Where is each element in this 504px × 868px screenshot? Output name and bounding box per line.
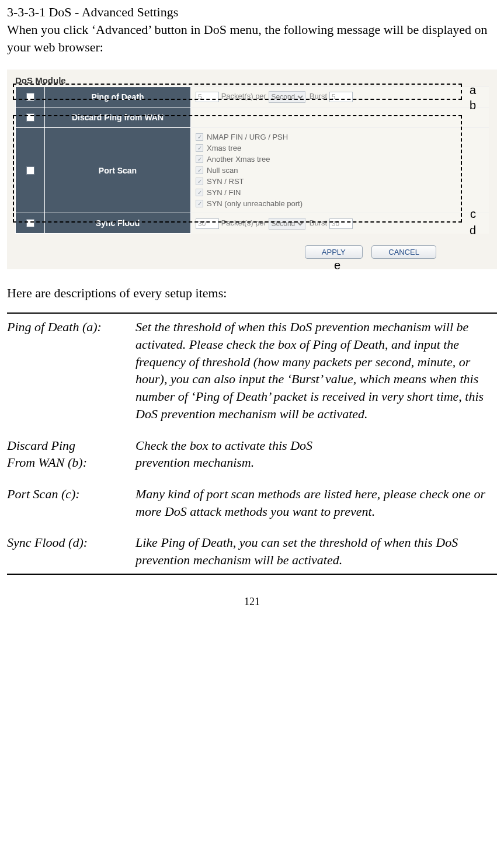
sync-burst-input[interactable] bbox=[329, 218, 353, 229]
sync-flood-controls: Packet(s) per Second Burst bbox=[191, 213, 489, 234]
scan-item-checkbox[interactable]: ✓ bbox=[196, 133, 203, 141]
scan-item-label: SYN / FIN bbox=[207, 188, 241, 197]
scan-item-checkbox[interactable]: ✓ bbox=[196, 144, 203, 152]
scan-item-label: Xmas tree bbox=[207, 144, 241, 152]
scan-item-label: SYN (only unreachable port) bbox=[207, 199, 303, 208]
desc-key: Discard PingFrom WAN (b): bbox=[7, 437, 135, 485]
port-scan-label: Port Scan bbox=[45, 128, 191, 213]
scan-item-checkbox[interactable]: ✓ bbox=[196, 189, 203, 196]
port-scan-checkbox[interactable] bbox=[26, 166, 34, 175]
ping-of-death-checkbox[interactable] bbox=[26, 93, 34, 101]
callout-letter-a: a bbox=[470, 84, 476, 97]
desc-key: Port Scan (c): bbox=[7, 485, 135, 534]
ping-burst-label: Burst bbox=[310, 92, 327, 101]
scan-item-label: Null scan bbox=[207, 166, 238, 175]
table-row: Port Scan (c): Many kind of port scan me… bbox=[7, 485, 497, 534]
callout-letter-e: e bbox=[334, 259, 340, 272]
descriptions-intro: Here are descriptions of every setup ite… bbox=[7, 286, 497, 301]
list-item: ✓SYN / RST bbox=[196, 176, 484, 187]
sync-flood-checkbox[interactable] bbox=[26, 219, 34, 227]
scan-item-checkbox[interactable]: ✓ bbox=[196, 178, 203, 185]
discard-ping-checkbox[interactable] bbox=[26, 113, 34, 121]
port-scan-controls: ✓NMAP FIN / URG / PSH ✓Xmas tree ✓Anothe… bbox=[191, 128, 489, 213]
cancel-button[interactable]: CANCEL bbox=[371, 245, 436, 259]
discard-ping-label: Discard Ping from WAN bbox=[45, 107, 191, 128]
port-scan-list: ✓NMAP FIN / URG / PSH ✓Xmas tree ✓Anothe… bbox=[196, 130, 484, 210]
scan-item-label: SYN / RST bbox=[207, 177, 244, 186]
table-row: Discard PingFrom WAN (b): Check the box … bbox=[7, 437, 497, 485]
desc-key: Sync Flood (d): bbox=[7, 534, 135, 568]
list-item: ✓SYN / FIN bbox=[196, 187, 484, 198]
apply-button[interactable]: APPLY bbox=[305, 245, 363, 259]
scan-item-label: Another Xmas tree bbox=[207, 155, 270, 164]
row-discard-ping: Discard Ping from WAN bbox=[16, 107, 489, 128]
sync-packets-input[interactable] bbox=[196, 218, 219, 229]
ping-packets-per-label: Packet(s) per bbox=[221, 92, 266, 101]
section-heading: 3-3-3-1 DoS - Advanced Settings bbox=[7, 5, 497, 20]
callout-letter-b: b bbox=[470, 99, 476, 112]
desc-val: Check the box to activate this DoSpreven… bbox=[135, 437, 497, 485]
descriptions-table: Ping of Death (a): Set the threshold of … bbox=[7, 318, 497, 568]
list-item: ✓NMAP FIN / URG / PSH bbox=[196, 131, 484, 143]
dos-table: Ping of Death Packet(s) per Second Burst… bbox=[15, 86, 489, 234]
list-item: ✓Null scan bbox=[196, 165, 484, 176]
row-ping-of-death: Ping of Death Packet(s) per Second Burst bbox=[16, 87, 489, 107]
divider-bottom bbox=[7, 574, 497, 575]
ping-unit-select[interactable]: Second bbox=[269, 91, 305, 103]
scan-item-checkbox[interactable]: ✓ bbox=[196, 166, 203, 174]
desc-val: Many kind of port scan methods are liste… bbox=[135, 485, 497, 534]
module-title: DoS Module bbox=[15, 75, 489, 85]
scan-item-checkbox[interactable]: ✓ bbox=[196, 200, 203, 207]
dos-module-panel: DoS Module Ping of Death Packet(s) per S… bbox=[7, 70, 497, 269]
desc-key: Ping of Death (a): bbox=[7, 318, 135, 436]
table-row: Ping of Death (a): Set the threshold of … bbox=[7, 318, 497, 436]
row-port-scan: Port Scan ✓NMAP FIN / URG / PSH ✓Xmas tr… bbox=[16, 128, 489, 213]
callout-letter-c: c bbox=[470, 207, 476, 221]
desc-val: Like Ping of Death, you can set the thre… bbox=[135, 534, 497, 568]
button-row: APPLY CANCEL bbox=[15, 234, 489, 261]
ping-of-death-label: Ping of Death bbox=[45, 87, 191, 107]
scan-item-checkbox[interactable]: ✓ bbox=[196, 155, 203, 163]
table-row: Sync Flood (d): Like Ping of Death, you … bbox=[7, 534, 497, 568]
ping-packets-input[interactable] bbox=[196, 92, 219, 102]
section-intro: When you click ‘Advanced’ button in DoS … bbox=[7, 21, 497, 55]
divider-top bbox=[7, 313, 497, 314]
list-item: ✓SYN (only unreachable port) bbox=[196, 198, 484, 209]
row-sync-flood: Sync Flood Packet(s) per Second Burst bbox=[16, 213, 489, 234]
ping-of-death-controls: Packet(s) per Second Burst bbox=[191, 87, 489, 107]
sync-burst-label: Burst bbox=[310, 218, 327, 227]
callout-letter-d: d bbox=[470, 224, 476, 237]
list-item: ✓Another Xmas tree bbox=[196, 154, 484, 165]
list-item: ✓Xmas tree bbox=[196, 143, 484, 154]
sync-flood-label: Sync Flood bbox=[45, 213, 191, 234]
page-number: 121 bbox=[7, 596, 497, 608]
ping-burst-input[interactable] bbox=[329, 92, 353, 102]
discard-ping-controls bbox=[191, 107, 489, 128]
sync-packets-per-label: Packet(s) per bbox=[221, 218, 266, 227]
scan-item-label: NMAP FIN / URG / PSH bbox=[207, 133, 288, 141]
sync-unit-select[interactable]: Second bbox=[269, 218, 305, 230]
desc-val: Set the threshold of when this DoS preve… bbox=[135, 318, 497, 436]
